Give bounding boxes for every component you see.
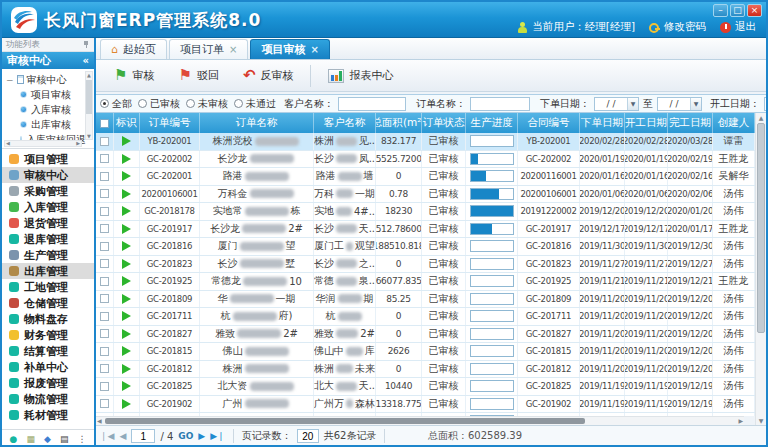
tab-起始页[interactable]: ⌂ 起始页: [100, 39, 167, 59]
table-row[interactable]: GC-201827 雅致2# 雅致2# 0 已审核 GC-201827 2019…: [96, 326, 755, 344]
pin-icon[interactable]: [83, 41, 90, 48]
customer-name-input[interactable]: [338, 97, 406, 111]
col-progress[interactable]: 生产进度: [466, 113, 518, 133]
row-checkbox[interactable]: [100, 189, 109, 198]
sidebar-item-采购管理[interactable]: 采购管理: [2, 183, 94, 199]
go-button[interactable]: GO: [178, 431, 193, 441]
order-date-from-picker[interactable]: / /▼: [594, 97, 639, 111]
col-start-date[interactable]: 开工日期: [625, 113, 668, 133]
scroll-thumb[interactable]: [105, 418, 585, 424]
order-name-input[interactable]: [470, 97, 530, 111]
col-status[interactable]: 订单状态: [422, 113, 466, 133]
maximize-button[interactable]: □: [730, 4, 745, 17]
expander-icon[interactable]: −: [6, 75, 14, 85]
table-row[interactable]: GC-201816 厦门望 厦门工观望 188510.818 已审核 GC-20…: [96, 238, 755, 256]
table-row[interactable]: GC-201812 株洲 株洲未来 0 已审核 GC-201812 2019/1…: [96, 361, 755, 379]
tree-root-node[interactable]: − 审核中心: [6, 72, 84, 87]
sidebar-item-生产管理[interactable]: 生产管理: [2, 247, 94, 263]
col-flag[interactable]: 标识: [114, 113, 140, 133]
table-row[interactable]: GC-201925 常德龙10 常德泉.. 266077.835.. 已审核 G…: [96, 273, 755, 291]
table-row[interactable]: YB-202001 株洲党校 株洲见.. 832.177 已审核 YB-2020…: [96, 133, 755, 151]
prev-page-button[interactable]: ◀: [119, 431, 126, 441]
close-button[interactable]: ×: [747, 4, 762, 17]
change-password-button[interactable]: 修改密码: [649, 20, 706, 34]
sidebar-item-工地管理[interactable]: 工地管理: [2, 279, 94, 295]
反审核-button[interactable]: ↶ 反审核: [233, 63, 304, 88]
sidebar-item-物料盘存[interactable]: 物料盘存: [2, 311, 94, 327]
scroll-right-icon[interactable]: ▶: [738, 417, 743, 425]
next-page-button[interactable]: ▶: [198, 431, 205, 441]
close-tab-icon[interactable]: ×: [310, 44, 318, 55]
sidebar-item-耗材管理[interactable]: 耗材管理: [2, 407, 94, 423]
page-number-input[interactable]: [131, 429, 155, 443]
row-checkbox[interactable]: [100, 277, 109, 286]
sidebar-item-仓储管理[interactable]: 仓储管理: [2, 295, 94, 311]
col-order-no[interactable]: 订单编号: [140, 113, 200, 133]
scroll-down-icon[interactable]: ▼: [756, 417, 766, 424]
radio-未审核[interactable]: 未审核: [186, 97, 228, 111]
scroll-thumb[interactable]: [86, 80, 92, 114]
table-row[interactable]: GC-201902 广州 广州万森林 13318.775 已审核 GC-2019…: [96, 396, 755, 414]
scroll-right-icon[interactable]: ▶: [76, 141, 80, 146]
chevron-down-icon[interactable]: ▼: [690, 98, 701, 110]
cart-icon[interactable]: ▦: [26, 434, 35, 444]
tree-horizontal-scrollbar[interactable]: ◀ ▶: [4, 140, 82, 147]
scroll-down-icon[interactable]: ▼: [86, 133, 92, 139]
row-checkbox[interactable]: [100, 329, 109, 338]
leaf-icon[interactable]: ◆: [44, 434, 51, 444]
order-date-to-picker[interactable]: / /▼: [657, 97, 702, 111]
sidebar-item-财务管理[interactable]: 财务管理: [2, 327, 94, 343]
start-date-picker[interactable]: / /▼: [764, 97, 766, 111]
col-order-name[interactable]: 订单名称: [200, 113, 314, 133]
sidebar-item-退货管理[interactable]: 退货管理: [2, 215, 94, 231]
col-order-date[interactable]: 下单日期: [580, 113, 625, 133]
row-checkbox[interactable]: [100, 347, 109, 356]
sidebar-section-header[interactable]: 审核中心 «: [2, 52, 94, 69]
scroll-up-icon[interactable]: ▲: [756, 114, 766, 121]
more-icon[interactable]: ⋮: [77, 434, 86, 444]
row-checkbox[interactable]: [100, 364, 109, 373]
tree-vertical-scrollbar[interactable]: ▲ ▼: [85, 71, 93, 140]
row-checkbox[interactable]: [100, 294, 109, 303]
sidebar-item-补单中心[interactable]: 补单中心: [2, 359, 94, 375]
审核-button[interactable]: ⚑ 审核: [104, 63, 164, 88]
scroll-thumb[interactable]: [757, 123, 765, 333]
row-checkbox[interactable]: [100, 242, 109, 251]
scroll-left-icon[interactable]: ◀: [97, 417, 102, 425]
table-row[interactable]: GC-201809 华一期 华润期 85.25 已审核 GC-201809 20…: [96, 291, 755, 309]
col-contract-no[interactable]: 合同编号: [518, 113, 580, 133]
table-row[interactable]: GC-201825 北大资 北大天.. 10440 已审核 GC-201825 …: [96, 378, 755, 396]
col-area[interactable]: 总面积(m²): [376, 113, 422, 133]
col-creator[interactable]: 创建人: [713, 113, 755, 133]
sidebar-item-出库管理[interactable]: 出库管理: [2, 263, 94, 279]
row-checkbox[interactable]: [100, 399, 109, 408]
row-checkbox[interactable]: [100, 172, 109, 181]
row-checkbox[interactable]: [100, 259, 109, 268]
tree-item[interactable]: 项目审核: [6, 87, 84, 102]
last-page-button[interactable]: ▶❘: [210, 431, 224, 441]
book-icon[interactable]: ▤: [60, 434, 69, 444]
row-checkbox[interactable]: [100, 312, 109, 321]
table-row[interactable]: GC-201823 长沙墅 长沙之.. 0 已审核 GC-201823 2019…: [96, 256, 755, 274]
sidebar-item-审核中心[interactable]: 审核中心: [2, 167, 94, 183]
row-checkbox[interactable]: [100, 382, 109, 391]
table-row[interactable]: GC-202001 路港 路港墙 0 已审核 20200116001 2020/…: [96, 168, 755, 186]
table-row[interactable]: 20200106001 万科金 万科一期 0.78 已审核 2020010600…: [96, 186, 755, 204]
sidebar-item-报废管理[interactable]: 报废管理: [2, 375, 94, 391]
table-row[interactable]: GC-201711 杭府) 杭 0 已审核 GC-201711 2019/11/…: [96, 308, 755, 326]
tab-项目订单[interactable]: 项目订单 ×: [169, 39, 248, 59]
radio-全部[interactable]: 全部: [100, 97, 132, 111]
row-checkbox[interactable]: [100, 207, 109, 216]
tree-item[interactable]: 出库审核: [6, 117, 84, 132]
radio-未通过[interactable]: 未通过: [234, 97, 276, 111]
sidebar-item-物流管理[interactable]: 物流管理: [2, 391, 94, 407]
col-finish-date[interactable]: 完工日期: [668, 113, 713, 133]
table-row[interactable]: GC-201917 长沙龙2# 长沙天.. 8512.78600.. 已审核 G…: [96, 221, 755, 239]
sidebar-item-项目管理[interactable]: 项目管理: [2, 151, 94, 167]
close-tab-icon[interactable]: ×: [229, 44, 237, 55]
vertical-scrollbar[interactable]: ▲ ▼: [755, 113, 766, 425]
first-page-button[interactable]: ❘◀: [100, 431, 114, 441]
horizontal-scrollbar[interactable]: ◀ ▶: [96, 416, 744, 425]
报表中心-button[interactable]: 报表中心: [318, 63, 403, 88]
minimize-button[interactable]: –: [713, 4, 728, 17]
